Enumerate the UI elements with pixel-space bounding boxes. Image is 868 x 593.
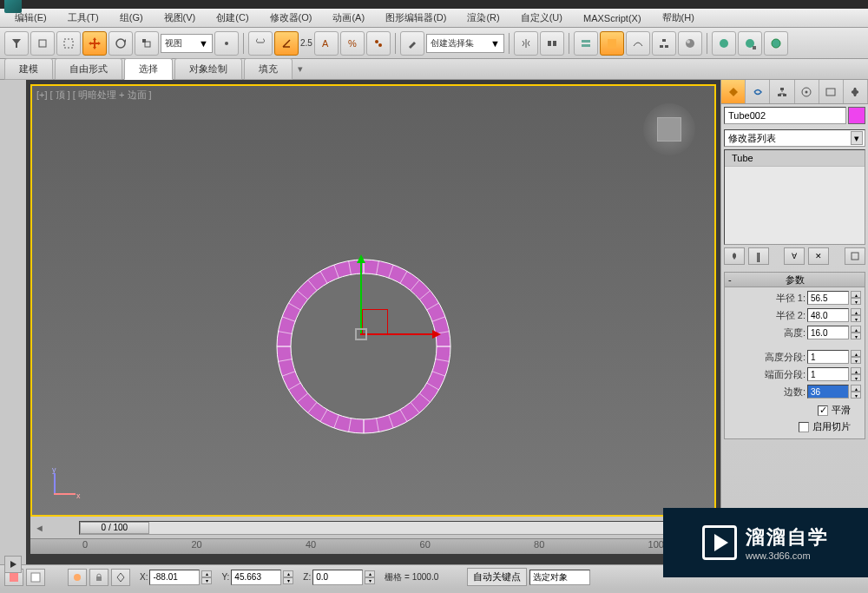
selection-lock-button[interactable] <box>89 569 108 586</box>
isolate-button[interactable] <box>68 569 87 586</box>
modifier-stack[interactable]: Tube <box>724 149 865 245</box>
cap-segs-spinner[interactable]: ▴▾ <box>851 367 861 381</box>
render-frame-button[interactable] <box>738 31 762 56</box>
menu-rendering[interactable]: 渲染(R) <box>457 10 510 26</box>
modifier-list-dropdown[interactable]: 修改器列表 ▾ <box>724 129 865 147</box>
stack-item-tube[interactable]: Tube <box>725 150 865 167</box>
snap-toggle-button[interactable] <box>248 31 273 56</box>
ribbon-tab-modeling[interactable]: 建模 <box>4 58 53 80</box>
object-name-field[interactable]: Tube002 <box>724 107 846 124</box>
angle-snap-button[interactable] <box>274 31 299 56</box>
viewport-label[interactable]: [+] [ 顶 ] [ 明暗处理 + 边面 ] <box>36 89 152 102</box>
menu-group[interactable]: 组(G) <box>109 10 154 26</box>
pin-stack-button[interactable] <box>724 247 745 265</box>
height-input[interactable] <box>807 326 849 339</box>
slice-checkbox[interactable] <box>799 422 809 432</box>
view-cube[interactable] <box>643 103 695 155</box>
use-center-button[interactable] <box>214 31 239 56</box>
edit-named-sel-button[interactable] <box>400 31 424 56</box>
key-filter-dropdown[interactable]: 选定对象 <box>529 570 590 585</box>
timeline-back-icon[interactable]: ◄ <box>35 523 44 533</box>
height-spinner[interactable]: ▴▾ <box>851 326 861 339</box>
configure-sets-button[interactable] <box>845 247 865 265</box>
percent-snap-button[interactable]: A <box>314 31 339 56</box>
tab-utilities[interactable] <box>844 80 868 103</box>
y-spinner[interactable]: ▴▾ <box>283 570 293 584</box>
remove-modifier-button[interactable]: ✕ <box>808 247 829 265</box>
mirror-button[interactable] <box>514 31 538 56</box>
menu-tools[interactable]: 工具(T) <box>57 10 109 26</box>
menu-help[interactable]: 帮助(H) <box>652 10 705 26</box>
cap-segs-input[interactable] <box>807 367 849 381</box>
object-color-swatch[interactable] <box>848 107 865 124</box>
x-input[interactable]: -88.01 <box>149 570 200 585</box>
menu-customize[interactable]: 自定义(U) <box>510 10 573 26</box>
radius1-input[interactable] <box>807 291 849 305</box>
smooth-checkbox[interactable]: ✓ <box>818 405 828 416</box>
radius1-spinner[interactable]: ▴▾ <box>851 291 861 305</box>
track-bar[interactable]: 020406080100 <box>30 538 716 554</box>
view-cube-face[interactable] <box>657 117 681 142</box>
tab-create[interactable] <box>721 80 746 103</box>
curve-editor-button[interactable] <box>626 31 650 56</box>
select-filter-button[interactable] <box>4 31 29 56</box>
move-button[interactable] <box>82 31 107 56</box>
gizmo-origin[interactable] <box>355 328 367 340</box>
height-segs-input[interactable] <box>807 350 849 364</box>
align-button[interactable] <box>540 31 564 56</box>
menu-views[interactable]: 视图(V) <box>154 10 207 26</box>
render-setup-button[interactable] <box>712 31 736 56</box>
time-slider-thumb[interactable]: 0 / 100 <box>80 522 149 534</box>
scale-button[interactable] <box>135 31 159 56</box>
selection-set-dropdown[interactable]: 创建选择集▼ <box>426 34 504 53</box>
z-input[interactable]: 0.0 <box>312 570 363 585</box>
layer-manager-button[interactable] <box>574 31 598 56</box>
ribbon-tab-freeform[interactable]: 自由形式 <box>55 58 122 80</box>
tab-hierarchy[interactable] <box>770 80 794 103</box>
sides-input[interactable] <box>807 385 849 399</box>
tab-display[interactable] <box>819 80 844 103</box>
radius2-input[interactable] <box>807 308 849 322</box>
spinner-snap-button[interactable]: % <box>340 31 365 56</box>
sides-spinner[interactable]: ▴▾ <box>851 385 861 399</box>
menu-maxscript[interactable]: MAXScript(X) <box>573 11 652 25</box>
viewport-top[interactable]: [+] [ 顶 ] [ 明暗处理 + 边面 ] <box>30 84 716 517</box>
coordinate-dropdown[interactable]: 视图▼ <box>161 34 213 53</box>
menu-animation[interactable]: 动画(A) <box>322 10 375 26</box>
rotate-button[interactable] <box>108 31 133 56</box>
snap-value: 2.5 <box>300 38 312 48</box>
play-animation-button[interactable] <box>4 556 22 573</box>
y-input[interactable]: 45.663 <box>231 570 281 585</box>
named-selection-button[interactable] <box>366 31 391 56</box>
select-object-button[interactable] <box>30 31 55 56</box>
ribbon-tab-selection[interactable]: 选择 <box>124 58 173 80</box>
show-end-result-button[interactable]: ‖ <box>748 247 769 265</box>
schematic-view-button[interactable] <box>652 31 676 56</box>
make-unique-button[interactable]: ∀ <box>784 247 805 265</box>
chevron-down-icon[interactable]: ▾ <box>298 63 303 75</box>
z-spinner[interactable]: ▴▾ <box>365 570 375 584</box>
ribbon-tab-populate[interactable]: 填充 <box>244 58 293 80</box>
graphite-toggle-button[interactable] <box>600 31 624 56</box>
height-segs-spinner[interactable]: ▴▾ <box>851 350 861 364</box>
tab-motion[interactable] <box>795 80 819 103</box>
render-button[interactable] <box>764 31 788 56</box>
radius2-spinner[interactable]: ▴▾ <box>851 308 861 322</box>
menu-graph-editors[interactable]: 图形编辑器(D) <box>375 10 457 26</box>
tab-modify[interactable] <box>746 80 770 103</box>
menu-create[interactable]: 创建(C) <box>206 10 259 26</box>
auto-key-button[interactable]: 自动关键点 <box>467 568 527 586</box>
tube-object[interactable] <box>273 256 454 437</box>
menu-edit[interactable]: 编辑(E) <box>4 10 57 26</box>
select-region-button[interactable] <box>56 31 81 56</box>
chevron-down-icon[interactable]: ▾ <box>851 131 863 145</box>
rollout-header[interactable]: - 参数 <box>724 272 865 287</box>
ribbon-tab-object-paint[interactable]: 对象绘制 <box>174 58 242 80</box>
x-spinner[interactable]: ▴▾ <box>201 570 212 584</box>
time-slider[interactable]: 0 / 100 <box>79 521 685 535</box>
material-editor-button[interactable] <box>678 31 702 56</box>
menu-modifiers[interactable]: 修改器(O) <box>260 10 323 26</box>
prompt-button[interactable] <box>26 569 45 586</box>
absolute-mode-button[interactable] <box>111 569 130 586</box>
radius2-label: 半径 2: <box>776 309 806 322</box>
